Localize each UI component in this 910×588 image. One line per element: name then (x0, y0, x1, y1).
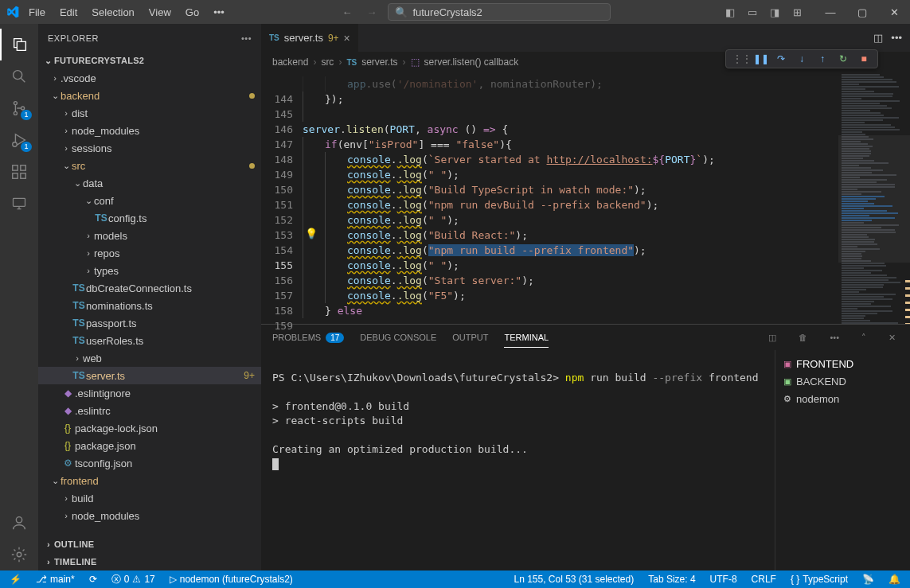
status-branch[interactable]: ⎇ main* (33, 574, 78, 585)
folder-web[interactable]: ›web (38, 349, 261, 367)
terminal-split-icon[interactable]: ◫ (765, 333, 779, 343)
file-config-ts[interactable]: TSconfig.ts (38, 209, 261, 227)
folder-backend[interactable]: ⌄backend (38, 87, 261, 104)
menu-more-icon[interactable]: ••• (209, 6, 229, 18)
terminal-item-nodemon[interactable]: ⚙nodemon (783, 390, 902, 407)
activity-scm-icon[interactable]: 1 (0, 92, 38, 124)
debug-step-over-icon[interactable]: ↷ (774, 53, 788, 64)
terminal-item-backend[interactable]: ▣BACKEND (783, 372, 902, 390)
debug-restart-icon[interactable]: ↻ (836, 53, 850, 64)
menu-selection[interactable]: Selection (87, 6, 139, 18)
command-center-search[interactable]: 🔍 futureCrystals2 (388, 3, 611, 21)
minimap-viewport[interactable] (838, 135, 910, 263)
file-eslintrc[interactable]: ◆.eslintrc (38, 402, 261, 419)
file-tsconfig[interactable]: ⚙tsconfig.json (38, 454, 261, 472)
terminal-item-frontend[interactable]: ▣FRONTEND (783, 355, 902, 372)
menu-file[interactable]: File (24, 6, 50, 18)
breadcrumb-seg[interactable]: server.listen() callback (424, 56, 519, 68)
file-pkglock[interactable]: {}package-lock.json (38, 419, 261, 437)
customize-layout-icon[interactable]: ⊞ (787, 6, 807, 18)
activity-settings-icon[interactable] (0, 539, 38, 570)
file-nominations[interactable]: TSnominations.ts (38, 297, 261, 314)
code-editor[interactable]: 1441451461471481491501511521531541551561… (261, 73, 910, 324)
folder-types[interactable]: ›types (38, 262, 261, 279)
tab-output[interactable]: OUTPUT (452, 328, 488, 347)
timeline-section[interactable]: ›TIMELINE (38, 553, 261, 570)
maximize-icon[interactable]: ▢ (846, 0, 878, 24)
folder-dist[interactable]: ›dist (38, 104, 261, 122)
file-server-ts[interactable]: TSserver.ts9+ (38, 367, 261, 384)
status-debug[interactable]: ▷ nodemon (futureCrystals2) (166, 574, 296, 585)
folder-conf[interactable]: ⌄conf (38, 192, 261, 209)
editor-more-icon[interactable]: ••• (891, 32, 902, 44)
file-passport[interactable]: TSpassport.ts (38, 314, 261, 332)
outline-section[interactable]: ›OUTLINE (38, 535, 261, 553)
tab-server-ts[interactable]: TS server.ts 9+ × (261, 24, 359, 52)
activity-extensions-icon[interactable] (0, 156, 38, 188)
code-content[interactable]: app.use('/nomination', nominationRouter)… (303, 73, 838, 324)
menu-edit[interactable]: Edit (55, 6, 82, 18)
debug-pause-icon[interactable]: ❚❚ (753, 53, 767, 64)
file-dbcreate[interactable]: TSdbCreateConnection.ts (38, 279, 261, 297)
explorer-more-icon[interactable]: ••• (241, 33, 252, 43)
status-cursor-pos[interactable]: Ln 155, Col 53 (31 selected) (510, 574, 637, 585)
menu-go[interactable]: Go (181, 6, 204, 18)
activity-explorer-icon[interactable] (0, 29, 38, 60)
activity-remote-icon[interactable] (0, 188, 38, 220)
debug-step-into-icon[interactable]: ↓ (795, 53, 809, 64)
breadcrumb-seg[interactable]: src (321, 56, 334, 68)
toggle-primary-sidebar-icon[interactable]: ◧ (721, 6, 740, 18)
panel-maximize-icon[interactable]: ˄ (858, 333, 869, 343)
split-editor-icon[interactable]: ◫ (873, 32, 883, 44)
status-lang[interactable]: { } TypeScript (787, 574, 851, 585)
folder-node-modules-2[interactable]: ›node_modules (38, 507, 261, 524)
status-feedback-icon[interactable]: 📡 (859, 574, 877, 585)
minimap[interactable] (838, 73, 910, 324)
file-userroles[interactable]: TSuserRoles.ts (38, 332, 261, 349)
folder-frontend[interactable]: ⌄frontend (38, 472, 261, 489)
status-bell-icon[interactable]: 🔔 (885, 574, 904, 585)
terminal-kill-icon[interactable]: 🗑 (795, 333, 810, 342)
folder-data[interactable]: ⌄data (38, 174, 261, 192)
activity-search-icon[interactable] (0, 60, 38, 92)
terminal[interactable]: PS C:\Users\IZhukov\Downloads\futureCrys… (261, 350, 775, 570)
panel-more-icon[interactable]: ••• (826, 333, 842, 342)
debug-toolbar[interactable]: ⋮⋮ ❚❚ ↷ ↓ ↑ ↻ ■ (725, 49, 878, 68)
folder-src[interactable]: ⌄src (38, 157, 261, 174)
tab-debug-console[interactable]: DEBUG CONSOLE (360, 328, 436, 347)
toggle-secondary-sidebar-icon[interactable]: ◨ (765, 6, 784, 18)
folder-vscode[interactable]: ›.vscode (38, 69, 261, 87)
status-indent[interactable]: Tab Size: 4 (645, 574, 698, 585)
panel-close-icon[interactable]: ✕ (885, 333, 899, 343)
file-eslintignore[interactable]: ◆.eslintignore (38, 384, 261, 402)
minimize-icon[interactable]: — (814, 0, 846, 24)
status-sync-icon[interactable]: ⟳ (86, 574, 100, 585)
remote-indicator[interactable]: ⚡ (6, 574, 25, 585)
folder-repos[interactable]: ›repos (38, 244, 261, 262)
folder-models[interactable]: ›models (38, 227, 261, 244)
tab-terminal[interactable]: TERMINAL (504, 328, 549, 348)
folder-sessions[interactable]: ›sessions (38, 139, 261, 157)
close-icon[interactable]: ✕ (878, 0, 910, 24)
lightbulb-icon[interactable]: 💡 (305, 228, 318, 239)
file-pkg[interactable]: {}package.json (38, 437, 261, 454)
drag-handle-icon[interactable]: ⋮⋮ (732, 53, 747, 64)
debug-stop-icon[interactable]: ■ (857, 53, 871, 64)
debug-step-out-icon[interactable]: ↑ (815, 53, 830, 64)
activity-account-icon[interactable] (0, 507, 38, 539)
breadcrumb[interactable]: backend› src› TS server.ts› ⬚ server.lis… (261, 52, 910, 73)
nav-forward-icon[interactable]: → (363, 6, 380, 18)
toggle-panel-icon[interactable]: ▭ (743, 6, 762, 18)
status-eol[interactable]: CRLF (748, 574, 779, 585)
status-encoding[interactable]: UTF-8 (707, 574, 740, 585)
folder-build[interactable]: ›build (38, 489, 261, 507)
activity-debug-icon[interactable]: 1 (0, 124, 38, 156)
menu-view[interactable]: View (144, 6, 176, 18)
breadcrumb-seg[interactable]: server.ts (361, 56, 397, 68)
status-problems[interactable]: ⓧ 0 ⚠ 17 (108, 573, 158, 586)
tree-root[interactable]: ⌄FUTURECRYSTALS2 (38, 52, 261, 69)
tab-close-icon[interactable]: × (344, 32, 350, 45)
breadcrumb-seg[interactable]: backend (272, 56, 308, 68)
nav-back-icon[interactable]: ← (338, 6, 355, 18)
folder-node-modules[interactable]: ›node_modules (38, 122, 261, 139)
